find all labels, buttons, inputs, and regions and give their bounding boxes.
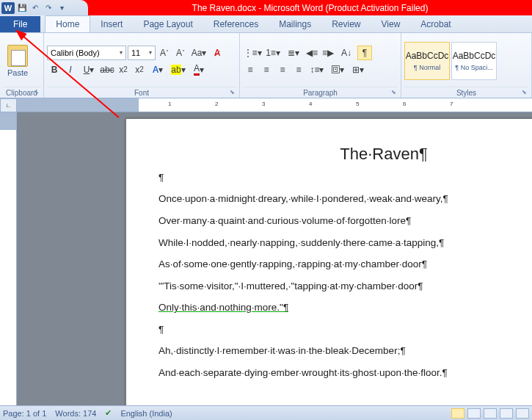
tab-insert[interactable]: Insert	[90, 16, 133, 32]
quick-access-toolbar: W 💾 ↶ ↷ ▾	[0, 0, 88, 15]
align-left-button[interactable]: ≡	[243, 62, 258, 77]
group-label-font: Font	[47, 87, 236, 98]
align-center-button[interactable]: ≡	[259, 62, 274, 77]
tab-references[interactable]: References	[203, 16, 269, 32]
view-draft-button[interactable]	[516, 408, 529, 419]
shading-button[interactable]: 🞖▾	[328, 62, 347, 77]
numbering-button[interactable]: 1≡▾	[263, 46, 283, 60]
view-web-button[interactable]	[484, 408, 497, 419]
bullets-button[interactable]: ⋮≡▾	[243, 46, 262, 60]
status-bar: Page: 1 of 1 Words: 174 ✔ English (India…	[0, 405, 532, 420]
document-line: ¶	[158, 170, 532, 185]
grow-font-button[interactable]: A˄	[157, 46, 172, 60]
subscript-button[interactable]: x2	[116, 62, 131, 77]
group-clipboard: Paste Clipboard	[0, 33, 44, 98]
document-line: And·each·separate·dying·ember·wrought·it…	[158, 366, 532, 380]
window-title: The Raven.docx - Microsoft Word (Product…	[88, 3, 532, 13]
ribbon-tabs: File Home Insert Page Layout References …	[0, 15, 532, 33]
text-effects-button[interactable]: A▾	[148, 62, 167, 77]
word-app-icon[interactable]: W	[1, 2, 15, 14]
tab-mailings[interactable]: Mailings	[269, 16, 321, 32]
style-normal[interactable]: AaBbCcDc ¶ Normal	[404, 42, 450, 80]
chevron-down-icon: ▾	[149, 49, 152, 56]
style-nospacing[interactable]: AaBbCcDc ¶ No Spaci...	[451, 42, 497, 80]
page[interactable]: The·Raven¶ ¶ Once·upon·a·midnight·dreary…	[125, 118, 532, 405]
document-line: As·of·some·one·gently·rapping,·rapping·a…	[158, 257, 532, 272]
increase-indent-button[interactable]: ≡▶	[321, 46, 335, 60]
change-case-button[interactable]: Aa▾	[189, 46, 208, 60]
document-line: "'Tis·some·visitor,"·I·muttered,·"tappin…	[158, 279, 532, 294]
font-size-combo[interactable]: 11▾	[128, 46, 156, 60]
vertical-ruler[interactable]	[0, 112, 17, 405]
group-label-clipboard: Clipboard	[3, 87, 40, 98]
group-label-paragraph: Paragraph	[243, 87, 398, 98]
document-line: Ah,·distinctly·I·remember·it·was·in·the·…	[158, 344, 532, 358]
group-label-styles: Styles	[404, 87, 528, 98]
clear-formatting-button[interactable]: A̷	[210, 46, 225, 60]
status-proofing-icon[interactable]: ✔	[105, 408, 112, 418]
tab-selector[interactable]: ∟	[0, 98, 17, 112]
ribbon: Paste Clipboard Calibri (Body)▾ 11▾ A˄ A…	[0, 33, 532, 98]
borders-button[interactable]: ⊞▾	[349, 62, 368, 77]
document-viewport[interactable]: The·Raven¶ ¶ Once·upon·a·midnight·dreary…	[17, 112, 532, 405]
document-line: While·I·nodded,·nearly·napping,·suddenly…	[158, 236, 532, 250]
multilevel-list-button[interactable]: ≣▾	[284, 46, 303, 60]
document-line: Only·this·and·nothing·more."¶	[158, 300, 532, 315]
chevron-down-icon: ▾	[120, 49, 123, 56]
paste-icon	[7, 45, 28, 67]
redo-icon[interactable]: ↷	[43, 2, 54, 14]
view-outline-button[interactable]	[500, 408, 513, 419]
shrink-font-button[interactable]: A˅	[173, 46, 188, 60]
justify-button[interactable]: ≡	[291, 62, 306, 77]
save-icon[interactable]: 💾	[16, 2, 28, 14]
underline-button[interactable]: U▾	[79, 62, 98, 77]
sort-button[interactable]: A↓	[337, 46, 356, 60]
italic-button[interactable]: I	[63, 62, 78, 77]
tab-file[interactable]: File	[0, 16, 40, 32]
document-area: The·Raven¶ ¶ Once·upon·a·midnight·dreary…	[0, 112, 532, 405]
show-hide-marks-button[interactable]: ¶	[357, 46, 372, 60]
font-color-button[interactable]: A▾	[189, 62, 208, 77]
document-line: Over·many·a·quaint·and·curious·volume·of…	[158, 214, 532, 228]
view-print-layout-button[interactable]	[451, 408, 464, 419]
decrease-indent-button[interactable]: ◀≡	[305, 46, 319, 60]
paste-label: Paste	[7, 68, 28, 77]
paste-button[interactable]: Paste	[3, 45, 32, 77]
document-title: The·Raven¶	[158, 142, 532, 166]
status-words[interactable]: Words: 174	[55, 409, 96, 418]
document-line: Once·upon·a·midnight·dreary,·while·I·pon…	[158, 192, 532, 206]
align-right-button[interactable]: ≡	[275, 62, 290, 77]
tab-home[interactable]: Home	[45, 15, 90, 32]
group-paragraph: ⋮≡▾ 1≡▾ ≣▾ ◀≡ ≡▶ A↓ ¶ ≡ ≡ ≡ ≡ ↕≡▾ 🞖▾ ⊞▾	[240, 33, 401, 98]
tab-review[interactable]: Review	[321, 16, 371, 32]
tab-view[interactable]: View	[371, 16, 411, 32]
font-name-combo[interactable]: Calibri (Body)▾	[47, 46, 126, 60]
group-font: Calibri (Body)▾ 11▾ A˄ A˅ Aa▾ A̷ B I U▾ …	[44, 33, 240, 98]
undo-icon[interactable]: ↶	[29, 2, 41, 14]
group-styles: AaBbCcDc ¶ Normal AaBbCcDc ¶ No Spaci...…	[401, 33, 532, 98]
line-spacing-button[interactable]: ↕≡▾	[307, 62, 327, 77]
tab-pagelayout[interactable]: Page Layout	[133, 16, 203, 32]
horizontal-ruler-row: ∟ 1 2 3 4 5 6 7	[0, 98, 532, 112]
bold-button[interactable]: B	[47, 62, 62, 77]
title-bar: W 💾 ↶ ↷ ▾ The Raven.docx - Microsoft Wor…	[0, 0, 532, 15]
document-line: ¶	[158, 322, 532, 337]
view-fullscreen-button[interactable]	[467, 408, 481, 419]
horizontal-ruler[interactable]: 1 2 3 4 5 6 7	[127, 98, 532, 112]
highlight-button[interactable]: ab▾	[169, 62, 188, 77]
strikethrough-button[interactable]: abc	[100, 62, 114, 77]
superscript-button[interactable]: x2	[132, 62, 147, 77]
tab-acrobat[interactable]: Acrobat	[410, 16, 461, 32]
qat-customize-icon[interactable]: ▾	[56, 2, 68, 14]
status-language[interactable]: English (India)	[120, 409, 172, 418]
status-page[interactable]: Page: 1 of 1	[3, 409, 46, 418]
